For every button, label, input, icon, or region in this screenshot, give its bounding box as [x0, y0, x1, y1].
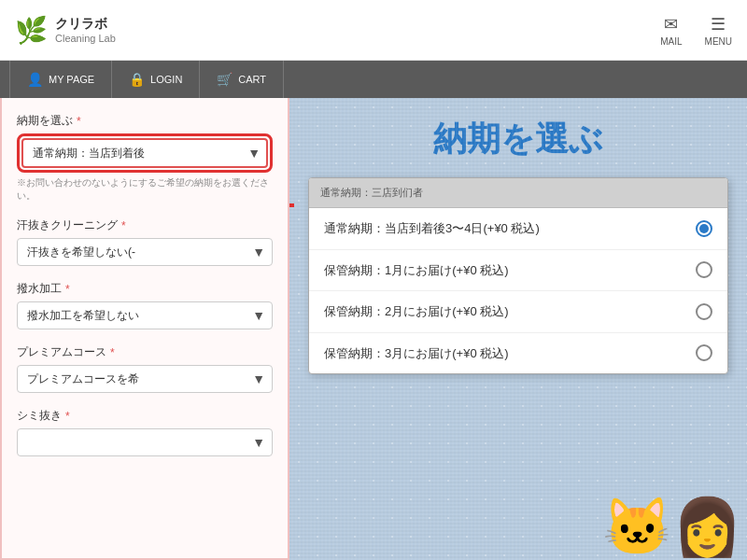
- required-marker: *: [121, 219, 126, 232]
- premium-label: プレミアムコース *: [17, 344, 273, 360]
- sweat-select[interactable]: 汗抜きを希望しない(-: [17, 238, 273, 266]
- list-item[interactable]: 保管納期：2月にお届け(+¥0 税込): [309, 291, 727, 333]
- mail-icon: ✉: [664, 14, 678, 35]
- header-right: ✉ MAIL ☰ MENU: [660, 14, 732, 47]
- water-label: 撥水加工 *: [17, 281, 273, 297]
- dropdown-popup: 通常納期：三店到们者 通常納期：当店到着後3〜4日(+¥0 税込) 保管納期：1…: [308, 177, 728, 374]
- cart-icon: 🛒: [217, 72, 233, 87]
- delivery-section: 納期を選ぶ * 通常納期：当店到着後 ▼ ※お問い合わせのないようにするご希望の…: [17, 113, 273, 203]
- option-text: 保管納期：2月にお届け(+¥0 税込): [324, 302, 684, 321]
- stain-select[interactable]: [17, 428, 273, 456]
- premium-select[interactable]: プレミアムコースを希: [17, 365, 273, 393]
- delivery-label: 納期を選ぶ *: [17, 113, 273, 129]
- radio-button[interactable]: [696, 344, 712, 361]
- required-marker: *: [65, 410, 70, 423]
- logo-text: クリラボ: [55, 16, 116, 33]
- sweat-label: 汗抜きクリーニング *: [17, 217, 273, 233]
- lock-icon: 🔒: [129, 72, 145, 87]
- nav-cart[interactable]: 🛒 CART: [200, 61, 284, 98]
- delivery-highlight-box: 通常納期：当店到着後 ▼: [17, 133, 273, 173]
- main-content: 納期を選ぶ * 通常納期：当店到着後 ▼ ※お問い合わせのないようにするご希望の…: [0, 98, 747, 560]
- nav-mypage-label: MY PAGE: [49, 74, 94, 85]
- list-item[interactable]: 保管納期：3月にお届け(+¥0 税込): [309, 333, 727, 374]
- nav-login[interactable]: 🔒 LOGIN: [112, 61, 200, 98]
- logo: 🌿 クリラボ Cleaning Lab: [15, 15, 116, 46]
- nav-mypage[interactable]: 👤 MY PAGE: [9, 61, 112, 98]
- list-item[interactable]: 通常納期：当店到着後3〜4日(+¥0 税込): [309, 208, 727, 250]
- delivery-select-wrapper: 通常納期：当店到着後 ▼: [21, 138, 268, 168]
- radio-button[interactable]: [696, 303, 712, 320]
- header: 🌿 クリラボ Cleaning Lab ✉ MAIL ☰ MENU: [0, 0, 747, 61]
- required-marker: *: [110, 346, 115, 359]
- left-panel: 納期を選ぶ * 通常納期：当店到着後 ▼ ※お問い合わせのないようにするご希望の…: [0, 98, 289, 560]
- menu-button[interactable]: ☰ MENU: [705, 14, 732, 47]
- nav-login-label: LOGIN: [150, 74, 182, 85]
- menu-label: MENU: [705, 36, 732, 47]
- stain-select-wrapper: ▼: [17, 428, 273, 456]
- water-section: 撥水加工 * 撥水加工を希望しない ▼: [17, 281, 273, 329]
- logo-subtext: Cleaning Lab: [55, 33, 116, 44]
- right-title: 納期を選ぶ: [308, 117, 728, 162]
- required-marker: *: [65, 283, 70, 296]
- option-text: 通常納期：当店到着後3〜4日(+¥0 税込): [324, 219, 684, 238]
- water-select-wrapper: 撥水加工を希望しない ▼: [17, 301, 273, 329]
- premium-select-wrapper: プレミアムコースを希 ▼: [17, 365, 273, 393]
- option-text: 保管納期：1月にお届け(+¥0 税込): [324, 261, 684, 280]
- sweat-select-wrapper: 汗抜きを希望しない(- ▼: [17, 238, 273, 266]
- logo-icon: 🌿: [15, 15, 48, 46]
- delivery-select[interactable]: 通常納期：当店到着後: [21, 138, 268, 168]
- navbar: 👤 MY PAGE 🔒 LOGIN 🛒 CART: [0, 61, 747, 98]
- list-item[interactable]: 保管納期：1月にお届け(+¥0 税込): [309, 250, 727, 292]
- mail-label: MAIL: [660, 36, 682, 47]
- nav-cart-label: CART: [238, 74, 266, 85]
- arrow-indicator: [289, 187, 303, 228]
- popup-header: 通常納期：三店到们者: [309, 178, 727, 208]
- required-marker: *: [77, 115, 81, 128]
- premium-section: プレミアムコース * プレミアムコースを希 ▼: [17, 344, 273, 393]
- mail-button[interactable]: ✉ MAIL: [660, 14, 682, 47]
- sweat-section: 汗抜きクリーニング * 汗抜きを希望しない(- ▼: [17, 217, 273, 266]
- option-text: 保管納期：3月にお届け(+¥0 税込): [324, 344, 684, 363]
- stain-label: シミ抜き *: [17, 408, 273, 424]
- water-select[interactable]: 撥水加工を希望しない: [17, 301, 273, 329]
- stain-section: シミ抜き * ▼: [17, 408, 273, 456]
- radio-button[interactable]: [696, 261, 712, 278]
- radio-button-selected[interactable]: [696, 220, 712, 237]
- character-illustration: 🐱👩: [602, 499, 742, 555]
- menu-icon: ☰: [711, 14, 726, 35]
- right-panel: 納期を選ぶ 通常納期：三店到们者 通常納期：当店到着後3〜4日(+: [289, 98, 747, 560]
- delivery-hint: ※お問い合わせのないようにするご希望の納期をお選ください。: [17, 176, 273, 203]
- person-icon: 👤: [27, 72, 43, 87]
